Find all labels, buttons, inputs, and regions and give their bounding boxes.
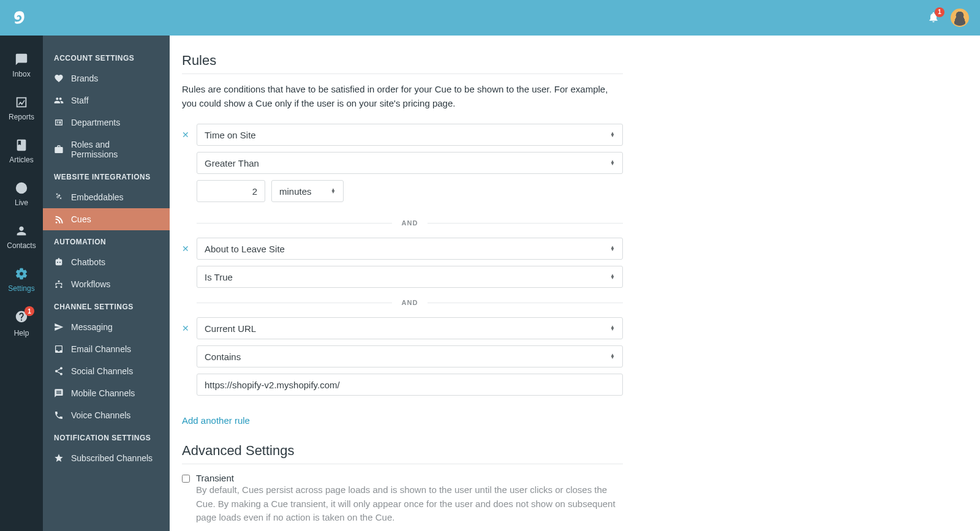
rail-contacts[interactable]: Contacts [0,216,43,258]
settings-subnav: ACCOUNT SETTINGS Brands Staff Department… [43,36,170,531]
rail-live[interactable]: Live [0,173,43,216]
app-logo[interactable] [11,9,28,26]
select-arrows-icon [610,354,615,359]
rail-reports[interactable]: Reports [0,87,43,130]
subnav-brands[interactable]: Brands [43,67,170,89]
comment-icon [54,388,64,398]
transient-checkbox[interactable] [182,475,190,483]
select-arrows-icon [331,189,336,194]
rule-operator-select[interactable]: Greater Than [197,152,623,174]
transient-description: By default, Cues persist across page loa… [196,483,623,525]
subnav-header-account: ACCOUNT SETTINGS [54,54,159,62]
main-content: Rules Rules are conditions that have to … [170,36,647,531]
select-arrows-icon [610,132,615,137]
and-divider: AND [197,219,623,227]
select-arrows-icon [610,326,615,331]
subnav-roles[interactable]: Roles and Permissions [43,134,170,165]
subnav-voice[interactable]: Voice Channels [43,404,170,426]
remove-rule-button[interactable]: ✕ [182,323,189,333]
subnav-social[interactable]: Social Channels [43,360,170,382]
transient-label: Transient [196,473,623,483]
star-icon [54,453,64,463]
rule-field-select[interactable]: Current URL [197,317,623,339]
rule-field-select[interactable]: About to Leave Site [197,238,623,260]
subnav-header-notif: NOTIFICATION SETTINGS [54,434,159,442]
nav-rail: Inbox Reports Articles Live Contacts Set… [0,36,43,531]
rule-operator-select[interactable]: Is True [197,266,623,288]
advanced-heading: Advanced Settings [182,443,623,459]
rule-field-select[interactable]: Time on Site [197,124,623,146]
rule-1: ✕ Time on Site Greater Than minutes [182,124,623,208]
subnav-messaging[interactable]: Messaging [43,316,170,338]
divider [182,464,623,464]
select-arrows-icon [610,160,615,165]
rule-3: ✕ Current URL Contains [182,317,623,403]
and-divider: AND [197,299,623,306]
briefcase-icon [54,145,64,154]
subnav-header-channel: CHANNEL SETTINGS [54,303,159,311]
phone-icon [54,410,64,420]
wand-icon [54,192,64,202]
subnav-workflows[interactable]: Workflows [43,273,170,295]
notification-badge: 1 [935,7,944,17]
people-icon [54,96,64,105]
rail-articles[interactable]: Articles [0,130,43,173]
rule-operator-select[interactable]: Contains [197,345,623,367]
subnav-staff[interactable]: Staff [43,89,170,111]
chart-icon [15,96,28,109]
rail-help[interactable]: 1 Help [0,301,43,346]
user-avatar[interactable] [951,9,969,27]
help-badge: 1 [24,306,34,316]
rule-unit-select[interactable]: minutes [271,180,344,202]
send-icon [54,322,64,332]
inbox-icon [54,344,64,354]
remove-rule-button[interactable]: ✕ [182,130,189,140]
rules-description: Rules are conditions that have to be sat… [182,83,623,110]
subnav-email[interactable]: Email Channels [43,338,170,360]
gear-icon [15,267,28,281]
subnav-subscribed[interactable]: Subscribed Channels [43,447,170,469]
subnav-cues[interactable]: Cues [43,208,170,230]
rail-inbox[interactable]: Inbox [0,44,43,87]
share-icon [54,366,64,376]
subnav-departments[interactable]: Departments [43,111,170,134]
divider [182,73,623,74]
rule-2: ✕ About to Leave Site Is True [182,238,623,288]
select-arrows-icon [610,246,615,251]
subnav-header-automation: AUTOMATION [54,238,159,246]
person-icon [15,224,28,238]
chat-icon [15,53,28,66]
rule-value-input[interactable] [197,180,265,202]
select-arrows-icon [610,274,615,279]
rail-settings[interactable]: Settings [0,258,43,301]
add-rule-button[interactable]: Add another rule [182,415,250,426]
sitemap-icon [54,279,64,289]
rule-url-input[interactable] [197,374,623,396]
book-icon [15,138,28,152]
rss-icon [54,214,64,224]
rules-heading: Rules [182,53,623,69]
heart-icon [54,73,64,83]
id-icon [54,118,64,127]
notifications-button[interactable]: 1 [927,11,940,25]
subnav-embeddables[interactable]: Embeddables [43,186,170,208]
subnav-chatbots[interactable]: Chatbots [43,251,170,273]
remove-rule-button[interactable]: ✕ [182,244,189,254]
robot-icon [54,257,64,267]
compass-icon [15,181,28,195]
topbar: 1 [0,0,980,36]
subnav-mobile[interactable]: Mobile Channels [43,382,170,404]
subnav-header-integrations: WEBSITE INTEGRATIONS [54,173,159,181]
